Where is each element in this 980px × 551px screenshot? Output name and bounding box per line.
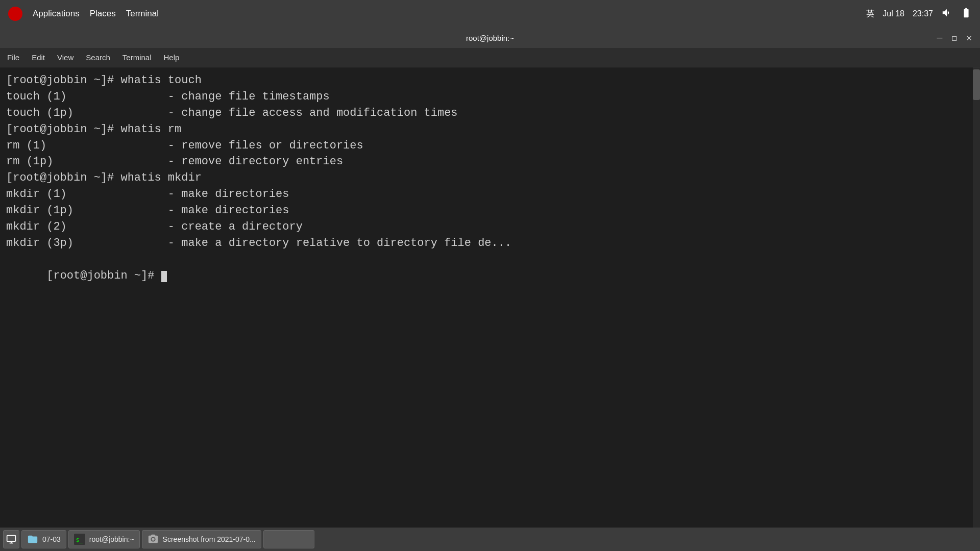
window-controls: — ◻ ✕: [935, 32, 974, 43]
terminal-line-11: mkdir (3p) - make a directory relative t…: [6, 235, 974, 252]
terminal-body[interactable]: [root@jobbin ~]# whatis touch touch (1) …: [0, 67, 980, 528]
terminal-line-4: [root@jobbin ~]# whatis rm: [6, 121, 974, 138]
help-menu[interactable]: Help: [164, 53, 180, 62]
search-menu[interactable]: Search: [86, 53, 110, 62]
scrollbar-thumb[interactable]: [973, 69, 980, 100]
terminal-window: root@jobbin:~ — ◻ ✕ File Edit View Searc…: [0, 28, 980, 528]
menu-bar: File Edit View Search Terminal Help: [0, 48, 980, 67]
terminal-line-8: mkdir (1) - make directories: [6, 186, 974, 203]
title-bar: root@jobbin:~ — ◻ ✕: [0, 28, 980, 48]
svg-rect-0: [7, 536, 16, 542]
battery-icon[interactable]: [961, 7, 972, 20]
volume-icon[interactable]: [941, 7, 952, 20]
taskbar-item-filemanager[interactable]: 07-03: [21, 530, 66, 548]
terminal-line-3: touch (1p) - change file access and modi…: [6, 105, 974, 121]
taskbar-item-screenshot[interactable]: Screenshot from 2021-07-0...: [142, 530, 261, 548]
view-menu[interactable]: View: [57, 53, 74, 62]
window-title: root@jobbin:~: [466, 34, 514, 42]
language-indicator[interactable]: 英: [866, 9, 874, 19]
terminal-line-6: rm (1p) - remove directory entries: [6, 154, 974, 170]
terminal-line-7: [root@jobbin ~]# whatis mkdir: [6, 170, 974, 186]
edit-menu[interactable]: Edit: [32, 53, 45, 62]
redhat-icon[interactable]: [8, 7, 22, 21]
svg-point-5: [152, 538, 155, 541]
scrollbar-track[interactable]: [973, 67, 980, 528]
taskbar-empty-slot-1: [263, 530, 314, 548]
applications-menu[interactable]: Applications: [33, 9, 80, 19]
taskbar-item-filemanager-label: 07-03: [42, 535, 61, 543]
places-menu[interactable]: Places: [90, 9, 116, 19]
taskbar-item-terminal-label: root@jobbin:~: [89, 535, 134, 543]
terminal-menu[interactable]: Terminal: [126, 9, 159, 19]
system-bar: Applications Places Terminal 英 Jul 18 23…: [0, 0, 980, 28]
close-button[interactable]: ✕: [964, 32, 974, 43]
date-display: Jul 18: [883, 9, 904, 18]
terminal-menu-item[interactable]: Terminal: [122, 53, 152, 62]
show-desktop-button[interactable]: [3, 530, 19, 548]
terminal-line-5: rm (1) - remove files or directories: [6, 138, 974, 154]
time-display: 23:37: [913, 9, 933, 18]
terminal-line-10: mkdir (2) - create a directory: [6, 219, 974, 235]
svg-text:$_: $_: [76, 537, 83, 543]
terminal-cursor: [161, 271, 167, 282]
system-tray: 英 Jul 18 23:37: [866, 7, 972, 20]
file-menu[interactable]: File: [7, 53, 19, 62]
terminal-line-2: touch (1) - change file timestamps: [6, 89, 974, 105]
terminal-line-1: [root@jobbin ~]# whatis touch: [6, 72, 974, 89]
taskbar-item-terminal[interactable]: $_ root@jobbin:~: [68, 530, 140, 548]
taskbar: 07-03 $_ root@jobbin:~ Screenshot from 2…: [0, 528, 980, 551]
terminal-prompt-line: [root@jobbin ~]#: [6, 252, 974, 300]
maximize-button[interactable]: ◻: [949, 32, 959, 43]
taskbar-item-screenshot-label: Screenshot from 2021-07-0...: [163, 535, 256, 543]
terminal-line-9: mkdir (1p) - make directories: [6, 203, 974, 219]
minimize-button[interactable]: —: [935, 33, 945, 43]
